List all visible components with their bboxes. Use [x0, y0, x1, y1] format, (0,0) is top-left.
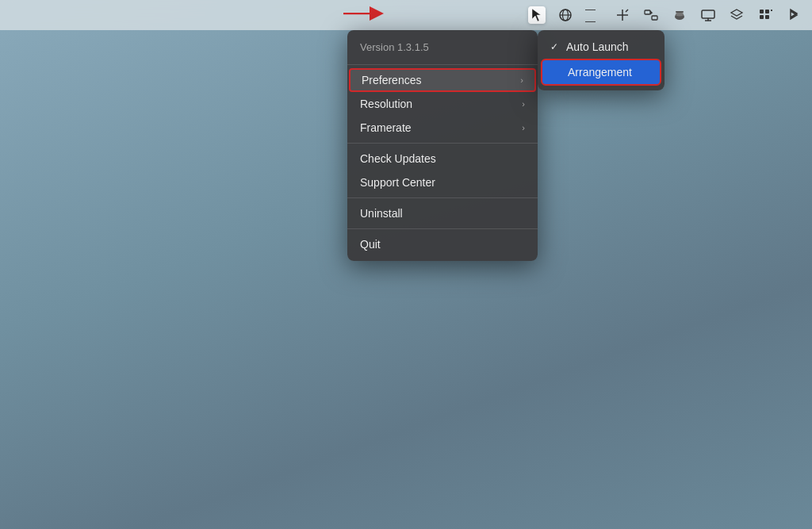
svg-rect-18 [760, 10, 764, 13]
menu-item-quit[interactable]: Quit [347, 232, 538, 256]
layers-icon[interactable] [728, 6, 745, 24]
preferences-submenu: ✓ Auto Launch Arrangement [538, 30, 665, 90]
check-updates-label: Check Updates [360, 152, 436, 165]
divider-1 [347, 64, 538, 65]
svg-rect-22 [771, 10, 772, 11]
resolution-label: Resolution [360, 98, 412, 110]
menu-item-preferences[interactable]: Preferences › [349, 68, 536, 92]
grid-icon[interactable] [756, 6, 774, 24]
svg-rect-21 [765, 15, 769, 19]
pot-icon[interactable] [671, 6, 688, 24]
context-menu: Version 1.3.1.5 Preferences › Resolution… [347, 30, 538, 261]
support-center-label: Support Center [360, 176, 435, 189]
quit-label: Quit [360, 238, 381, 251]
framerate-label: Framerate [360, 121, 412, 134]
auto-launch-check: ✓ [550, 41, 561, 52]
svg-rect-10 [652, 16, 657, 20]
svg-marker-2 [532, 9, 541, 21]
monitor-icon[interactable] [699, 6, 717, 24]
preferences-label: Preferences [362, 74, 421, 86]
svg-rect-19 [765, 10, 769, 13]
preferences-chevron: › [520, 75, 523, 85]
divider-2 [347, 143, 538, 144]
menu-item-resolution[interactable]: Resolution › [347, 92, 538, 116]
globe-icon[interactable] [557, 6, 574, 24]
submenu-item-arrangement[interactable]: Arrangement [541, 59, 661, 86]
arrangement-check [552, 67, 563, 78]
svg-rect-9 [645, 10, 650, 14]
dash-connector-icon[interactable]: — — [585, 6, 603, 24]
svg-point-12 [676, 13, 684, 17]
crosshair-icon[interactable] [614, 6, 631, 24]
svg-rect-14 [702, 10, 714, 18]
transfer-icon[interactable] [642, 6, 660, 24]
arrangement-label: Arrangement [568, 66, 632, 79]
resolution-chevron: › [522, 99, 525, 109]
svg-rect-20 [760, 15, 764, 19]
bluetooth-icon[interactable] [785, 6, 802, 24]
menu-item-framerate[interactable]: Framerate › [347, 116, 538, 140]
cursor-icon[interactable] [528, 6, 546, 24]
svg-line-8 [626, 10, 628, 12]
submenu-item-auto-launch[interactable]: ✓ Auto Launch [538, 35, 665, 59]
svg-rect-13 [676, 11, 684, 13]
divider-4 [347, 228, 538, 229]
menubar: — — [0, 0, 812, 30]
version-label: Version 1.3.1.5 [347, 35, 538, 61]
divider-3 [347, 197, 538, 198]
menu-item-uninstall[interactable]: Uninstall [347, 201, 538, 225]
menu-item-support-center[interactable]: Support Center [347, 171, 538, 194]
red-arrow-indicator [341, 2, 389, 25]
uninstall-label: Uninstall [360, 207, 403, 220]
framerate-chevron: › [522, 123, 525, 132]
svg-marker-17 [731, 10, 742, 16]
auto-launch-label: Auto Launch [566, 40, 629, 53]
menu-item-check-updates[interactable]: Check Updates [347, 147, 538, 171]
